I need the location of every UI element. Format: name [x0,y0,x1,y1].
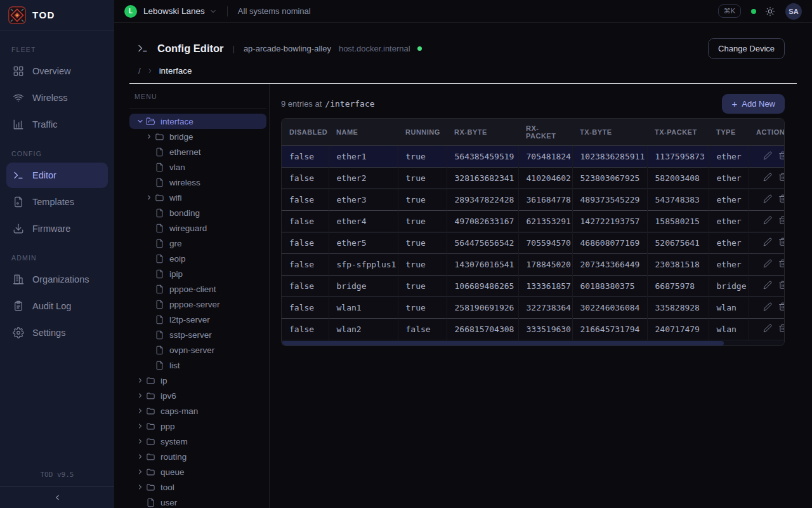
tree-item-interface[interactable]: interface [129,114,266,129]
org-switcher[interactable]: Lebowski Lanes [143,6,205,16]
delete-row-button[interactable] [778,302,785,313]
add-new-button[interactable]: + Add New [722,94,785,114]
chevron-down-icon[interactable] [209,8,217,15]
edit-row-button[interactable] [763,151,772,162]
tree-item-wireless[interactable]: wireless [138,175,266,190]
tree-item-sstp-server[interactable]: sstp-server [138,327,266,342]
table-row-ether2[interactable]: falseether2true3281636823414102046025238… [282,168,784,189]
sidebar-item-templates[interactable]: Templates [6,189,108,215]
column-header-rx-byte[interactable]: RX-BYTE [447,119,518,146]
chevron-right-icon[interactable] [134,453,145,460]
tree-item-bridge[interactable]: bridge [138,129,266,144]
sidebar-item-wireless[interactable]: Wireless [6,85,108,110]
tree-item-label: l2tp-server [169,315,210,324]
edit-row-button[interactable] [763,281,772,291]
chevron-right-icon[interactable] [134,422,145,430]
tree-item-ipip[interactable]: ipip [138,266,266,281]
add-new-label: Add New [742,99,775,109]
chevron-right-icon[interactable] [134,468,145,476]
tree-item-ovpn-server[interactable]: ovpn-server [138,342,266,358]
table-row-sfp-sfpplus1[interactable]: falsesfp-sfpplus1true1430760165411788450… [282,254,784,276]
sidebar-item-overview[interactable]: Overview [6,58,108,84]
edit-row-button[interactable] [763,194,772,205]
tree-item-wifi[interactable]: wifi [138,190,266,205]
tree-item-routing[interactable]: routing [129,449,266,464]
delete-row-button[interactable] [778,237,785,248]
cell-rx-packet: 322738364 [518,297,572,319]
chevron-down-icon[interactable] [134,117,145,125]
tree-item-pppoe-client[interactable]: pppoe-client [138,281,266,297]
table-row-wlan1[interactable]: falsewlan1true25819069192632273836430224… [282,297,784,319]
edit-row-button[interactable] [763,237,772,248]
tree-item-eoip[interactable]: eoip [138,251,266,266]
sidebar-item-audit-log[interactable]: Audit Log [6,293,108,319]
table-row-bridge[interactable]: falsebridgetrue1066894862651333618576018… [282,276,784,297]
tree-item-system[interactable]: system [129,434,266,449]
horizontal-scrollbar[interactable] [282,340,784,345]
delete-row-button[interactable] [778,151,785,162]
breadcrumb-current[interactable]: interface [159,66,192,76]
edit-row-button[interactable] [763,302,772,313]
column-header-tx-packet[interactable]: TX-PACKET [647,119,709,146]
tree-item-vlan[interactable]: vlan [138,159,266,175]
delete-row-button[interactable] [778,281,785,291]
sidebar-item-traffic[interactable]: Traffic [6,112,108,137]
table-row-ether1[interactable]: falseether1true5643854595197054818241023… [282,146,784,168]
table-row-wlan2[interactable]: falsewlan2false2668157043083335196302166… [282,319,784,340]
tree-item-tool[interactable]: tool [129,479,266,495]
column-header-actions[interactable]: ACTIONS [749,119,784,146]
tree-item-caps-man[interactable]: caps-man [129,403,266,418]
edit-row-button[interactable] [763,324,772,335]
edit-row-button[interactable] [763,259,772,270]
breadcrumb-root[interactable]: / [138,66,141,76]
sidebar-item-editor[interactable]: Editor [6,163,108,188]
delete-row-button[interactable] [778,216,785,227]
delete-row-button[interactable] [778,259,785,270]
sidebar-item-firmware[interactable]: Firmware [6,216,108,241]
chevron-right-icon[interactable] [143,133,154,140]
column-header-tx-byte[interactable]: TX-BYTE [572,119,647,146]
tree-item-ethernet[interactable]: ethernet [138,144,266,159]
column-header-type[interactable]: TYPE [709,119,749,146]
tree-item-pppoe-server[interactable]: pppoe-server [138,297,266,312]
tree-item-list[interactable]: list [138,358,266,373]
tree-item-ppp[interactable]: ppp [129,418,266,434]
tree-item-l2tp-server[interactable]: l2tp-server [138,312,266,327]
tree-item-wireguard[interactable]: wireguard [138,220,266,236]
sidebar-item-settings[interactable]: Settings [6,320,108,345]
cell-name: ether2 [329,168,398,189]
column-header-running[interactable]: RUNNING [398,119,447,146]
tree-item-user[interactable]: user [129,495,266,508]
column-header-rx-packet[interactable]: RX-PACKET [518,119,572,146]
scrollbar-thumb[interactable] [282,341,724,345]
command-palette-shortcut[interactable]: ⌘K [718,4,741,18]
tree-item-ipv6[interactable]: ipv6 [129,388,266,403]
edit-row-button[interactable] [763,173,772,184]
chevron-right-icon[interactable] [134,392,145,399]
sun-icon[interactable] [765,6,775,17]
cell-disabled: false [282,297,329,319]
delete-row-button[interactable] [778,173,785,184]
chevron-right-icon[interactable] [134,483,145,491]
chevron-right-icon[interactable] [134,377,145,384]
delete-row-button[interactable] [778,194,785,205]
table-row-ether4[interactable]: falseether4true4970826331676213532911427… [282,211,784,232]
sidebar-collapse-button[interactable] [0,486,114,503]
edit-row-button[interactable] [763,216,772,227]
chevron-right-icon[interactable] [143,194,154,201]
tree-item-bonding[interactable]: bonding [138,205,266,220]
tree-item-queue[interactable]: queue [129,464,266,479]
user-avatar[interactable]: SA [785,3,802,20]
device-host: host.docker.internal [339,44,410,53]
table-row-ether3[interactable]: falseether3true2893478224283616847784893… [282,189,784,211]
delete-row-button[interactable] [778,324,785,335]
tree-item-gre[interactable]: gre [138,236,266,251]
table-row-ether5[interactable]: falseether5true5644756565427055945704686… [282,232,784,254]
chevron-right-icon[interactable] [134,438,145,445]
tree-item-ip[interactable]: ip [129,373,266,388]
chevron-right-icon[interactable] [134,407,145,415]
change-device-button[interactable]: Change Device [708,38,785,59]
column-header-name[interactable]: NAME [329,119,398,146]
column-header-disabled[interactable]: DISABLED [282,119,329,146]
sidebar-item-organizations[interactable]: Organizations [6,267,108,292]
